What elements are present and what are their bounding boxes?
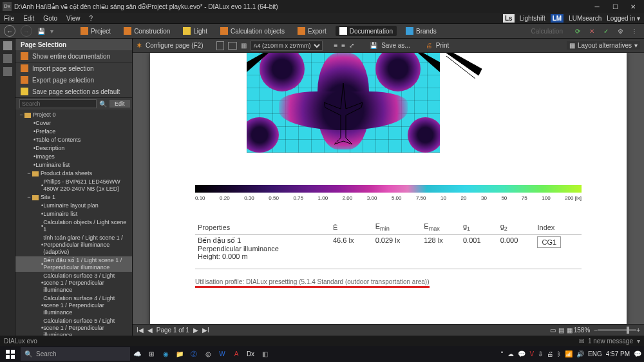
menu-help[interactable]: ? <box>90 15 93 22</box>
orient-portrait-icon[interactable] <box>216 41 224 50</box>
tray-up-icon[interactable]: ˄ <box>500 350 504 357</box>
saveas-button[interactable]: Save as... <box>381 42 410 49</box>
dialux-icon[interactable]: Dx <box>243 346 258 362</box>
tray-volume-icon[interactable]: 🔊 <box>576 350 584 357</box>
gear-icon[interactable]: ⚙ <box>614 25 626 37</box>
tree-site-item[interactable]: • Calculation objects / Light scene 1 <box>15 218 132 234</box>
search-input[interactable] <box>19 99 97 108</box>
save-icon[interactable]: 💾 <box>37 28 45 35</box>
tree-site-item[interactable]: • Calculation surface 3 / Light scene 1 … <box>15 272 132 294</box>
tree[interactable]: −Project 0 • Cover • Preface • Table of … <box>15 110 132 336</box>
prev-page[interactable]: ◀ <box>147 327 153 334</box>
more-icon[interactable]: ⋮ <box>629 25 640 37</box>
tree-site-item[interactable]: • tính toán glare / Light scene 1 / Perp… <box>15 234 132 256</box>
tray-lang[interactable]: ENG <box>588 350 602 357</box>
lumsearch-label[interactable]: LUMsearch <box>569 15 601 22</box>
refresh-icon[interactable]: ⟳ <box>572 25 583 37</box>
maximize-button[interactable]: ☐ <box>607 1 623 12</box>
save-default[interactable]: Save page selection as default <box>15 86 132 97</box>
tab-documentation[interactable]: Documentation <box>336 26 397 36</box>
tree-toc[interactable]: • Table of Contents <box>15 136 132 144</box>
cross-icon[interactable]: ✕ <box>586 25 598 37</box>
layout-alt[interactable]: ▦Layout alternatives▾ <box>567 41 640 50</box>
page-size-select[interactable]: A4 (210mm x 297mm) <box>251 41 323 51</box>
zoom-in[interactable]: + <box>636 327 640 334</box>
edge-icon[interactable]: ◉ <box>158 346 173 362</box>
tree-site-item[interactable]: • Luminaire list <box>15 210 132 218</box>
tree-preface[interactable]: • Preface <box>15 128 132 136</box>
menu-edit[interactable]: Edit <box>23 15 34 22</box>
strip-icon-2[interactable] <box>3 54 12 63</box>
tray-security-icon[interactable]: V <box>529 350 534 357</box>
word-icon[interactable]: W <box>215 346 229 362</box>
minimize-button[interactable]: ─ <box>589 1 605 12</box>
tray-bluetooth-icon[interactable]: ᛒ <box>557 350 561 357</box>
configure-gear-icon[interactable]: ✶ <box>137 42 142 49</box>
export-selection[interactable]: Export page selection <box>15 74 132 86</box>
import-selection[interactable]: Import page selection <box>15 62 132 74</box>
start-button[interactable] <box>0 346 21 362</box>
align-right-icon[interactable]: ≡ <box>341 42 345 49</box>
tree-site-item[interactable]: • Calculation surface 4 / Light scene 1 … <box>15 294 132 317</box>
lightshift-label[interactable]: Lightshift <box>520 15 545 22</box>
status-msg[interactable]: 1 new message <box>588 338 633 345</box>
check-icon[interactable]: ✓ <box>600 25 612 37</box>
taskbar-search[interactable]: 🔍Search <box>21 347 130 361</box>
align-left-icon[interactable]: ≡ <box>334 42 338 49</box>
zoom-slider[interactable] <box>598 329 636 331</box>
zalo-icon[interactable]: Ⓩ <box>187 346 201 362</box>
fit-icon[interactable]: ⤢ <box>349 42 354 49</box>
tray-notifications-icon[interactable]: 💬 <box>634 350 641 357</box>
toolbar-dropdown[interactable]: ▾ <box>50 28 53 35</box>
calculation-button[interactable]: Calculation <box>527 26 567 36</box>
autocad-icon[interactable]: A <box>229 346 243 362</box>
last-page[interactable]: ▶I <box>202 327 209 334</box>
tree-philips[interactable]: • Philips - BVP621 LED456WW 480W 220-240… <box>15 178 132 193</box>
tree-images[interactable]: • Images <box>15 153 132 161</box>
tree-site-item-selected[interactable]: • Bến đậu số 1 / Light scene 1 / Perpend… <box>15 256 132 272</box>
menu-file[interactable]: File <box>4 15 14 22</box>
message-icon[interactable]: ✉ <box>579 338 584 345</box>
tab-light[interactable]: Light <box>179 26 211 36</box>
tray-printer-icon[interactable]: 🖨 <box>547 350 553 357</box>
tab-export[interactable]: Export <box>294 26 330 36</box>
grid-icon[interactable]: ▦ <box>241 42 247 49</box>
search-icon[interactable]: 🔍 <box>99 100 107 108</box>
tray-onedrive-icon[interactable]: ☁ <box>507 350 514 357</box>
tree-site1[interactable]: −Site 1 <box>15 193 132 202</box>
print-button[interactable]: Print <box>436 42 450 49</box>
orient-landscape-icon[interactable] <box>228 42 237 50</box>
tree-description[interactable]: • Description <box>15 144 132 153</box>
chrome-icon[interactable]: ◎ <box>201 346 215 362</box>
explorer-icon[interactable]: 📁 <box>173 346 187 362</box>
tree-site-item[interactable]: • Calculation surface 5 / Light scene 1 … <box>15 317 132 336</box>
tab-construction[interactable]: Construction <box>120 26 174 36</box>
tray-time[interactable]: 4:57 PM <box>606 350 630 357</box>
tree-root[interactable]: −Project 0 <box>15 111 132 119</box>
taskbar-app[interactable]: ◧ <box>258 346 272 362</box>
strip-icon-1[interactable] <box>3 41 12 50</box>
taskview-icon[interactable]: ⊞ <box>144 346 158 362</box>
configure-page[interactable]: Configure page (F2) <box>146 42 204 49</box>
viewport[interactable]: 0.100.200.300.500.751.002.003.005.007.50… <box>133 53 644 324</box>
lightshift-button[interactable]: Ls <box>503 14 515 23</box>
tree-cover[interactable]: • Cover <box>15 119 132 128</box>
tree-lumlist[interactable]: • Luminaire list <box>15 161 132 169</box>
tree-productds[interactable]: −Product data sheets <box>15 169 132 178</box>
tab-calc-objects[interactable]: Calculation objects <box>216 26 289 36</box>
forward-button[interactable]: → <box>21 25 32 37</box>
tree-site-item[interactable]: • Luminaire layout plan <box>15 202 132 210</box>
tray-download-icon[interactable]: ⇩ <box>538 350 543 357</box>
show-entire-doc[interactable]: Show entire documentation <box>15 50 132 62</box>
next-page[interactable]: ▶ <box>193 327 198 334</box>
menu-goto[interactable]: Goto <box>43 15 57 22</box>
strip-icon-3[interactable] <box>3 67 12 76</box>
tray-wifi-icon[interactable]: 📶 <box>565 350 573 357</box>
logged-in[interactable]: Logged in ▾ <box>607 15 640 22</box>
zoom-icons[interactable]: ▭▤▦ <box>549 327 574 334</box>
close-button[interactable]: ✕ <box>625 1 641 12</box>
tab-brands[interactable]: Brands <box>402 26 440 36</box>
back-button[interactable]: ← <box>4 25 15 37</box>
menu-view[interactable]: View <box>66 15 80 22</box>
first-page[interactable]: I◀ <box>137 327 144 334</box>
